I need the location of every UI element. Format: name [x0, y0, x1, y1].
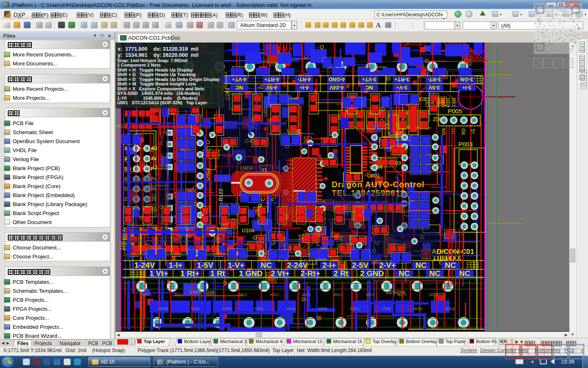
svg-text:PH402: PH402: [159, 153, 164, 167]
svg-text:P-: P-: [151, 166, 156, 172]
svg-text:Shift + M Toggle Board Insig: Shift + M Toggle Board Insight Lens: [117, 81, 196, 86]
svg-text:C001: C001: [367, 173, 380, 179]
svg-text:2-I+: 2-I+: [322, 261, 336, 269]
svg-text:1 GND: 1 GND: [239, 269, 263, 278]
svg-text:R203: R203: [254, 307, 263, 311]
svg-text:NC: NC: [261, 261, 272, 269]
svg-text:4-I+: 4-I+: [299, 85, 309, 91]
svg-text:3-V+: 3-V+: [396, 85, 407, 91]
svg-text:1-I+: 1-I+: [169, 261, 182, 269]
svg-text:1 Component 2 Nets: 1 Component 2 Nets: [117, 63, 160, 67]
svg-text:2 Vt+: 2 Vt+: [271, 269, 290, 278]
svg-text:4-GND: 4-GND: [328, 76, 345, 83]
svg-text:2-5V: 2-5V: [352, 261, 368, 269]
svg-text:3-VT+: 3-VT+: [362, 76, 376, 83]
svg-text:R122: R122: [218, 188, 224, 201]
svg-text:Q301: Q301: [441, 97, 445, 107]
svg-text:1 Rt: 1 Rt: [210, 269, 225, 278]
svg-text:R208: R208: [414, 307, 423, 311]
svg-text:P003: P003: [458, 141, 472, 148]
svg-text:PH401: PH401: [159, 131, 164, 145]
svg-text:C104: C104: [270, 293, 279, 297]
svg-text:SYS-GND 14591.974 mils (18: SYS-GND 14591.974 mils (18-Nodes): [117, 91, 200, 96]
svg-text:Z302: Z302: [452, 97, 456, 107]
svg-text:C105: C105: [302, 293, 311, 297]
svg-text:1-V+: 1-V+: [228, 261, 245, 269]
svg-text:C313: C313: [425, 97, 430, 107]
svg-text:R207: R207: [382, 307, 391, 311]
svg-text:Shift + X Explore Components: Shift + X Explore Components and Nets: [117, 86, 205, 91]
svg-text:NC: NC: [429, 269, 441, 278]
svg-text:C108: C108: [397, 293, 406, 297]
svg-text:GN: GN: [441, 128, 446, 135]
svg-text:1 Vt+: 1 Vt+: [149, 269, 168, 278]
svg-text:4G: 4G: [151, 146, 157, 151]
svg-text:4-RT-: 4-RT-: [298, 76, 311, 83]
svg-text:3-5V: 3-5V: [428, 85, 440, 91]
svg-text:Y1: Y1: [261, 168, 267, 173]
svg-text:3-RT-: 3-RT-: [428, 76, 441, 83]
svg-text:4-5V: 4-5V: [266, 85, 277, 91]
svg-text:RD: RD: [461, 128, 466, 135]
svg-text:C102: C102: [206, 293, 215, 297]
svg-text:y: 1534.961 dy: 26220.000: y: 1534.961 dy: 26220.000 mil: [118, 52, 198, 58]
svg-text:1-5V: 1-5V: [197, 261, 213, 269]
svg-text:R204: R204: [286, 307, 295, 311]
svg-text:4-RT+: 4-RT+: [264, 76, 279, 83]
svg-text:Shift + G Toggle Heads Up Tr: Shift + G Toggle Heads Up Tracking: [117, 72, 196, 77]
svg-text:C106: C106: [334, 293, 343, 297]
svg-text:R200: R200: [159, 307, 168, 311]
svg-text:+5: +5: [471, 129, 476, 135]
svg-text:C100: C100: [143, 293, 151, 297]
svg-text:C101: C101: [174, 293, 183, 297]
svg-text:NC: NC: [365, 85, 373, 91]
svg-text:U001 STC12C5410 (SOP-32N): U001 STC12C5410 (SOP-32N) Top Layer: [117, 100, 207, 105]
svg-text:R201: R201: [191, 307, 200, 311]
svg-text:NC: NC: [459, 269, 470, 278]
svg-text:R331: R331: [446, 97, 451, 107]
svg-text:1-Y0 1545.805 mils: 1-Y0 1545.805 mils (5-Nodes): [117, 96, 198, 101]
svg-text:4-24V: 4-24V: [330, 85, 344, 91]
svg-text:Shift + H Toggle Heads Up Di: Shift + H Toggle Heads Up Display: [117, 67, 193, 72]
svg-text:3-GN: 3-GN: [460, 76, 473, 83]
svg-text:3-I+: 3-I+: [462, 85, 471, 91]
svg-text:1 Rt+: 1 Rt+: [180, 269, 200, 278]
svg-text:P005: P005: [448, 108, 462, 114]
svg-text:4V: 4V: [151, 156, 157, 162]
svg-text:C107: C107: [365, 293, 374, 297]
svg-text:2-Rt+: 2-Rt+: [301, 269, 320, 278]
svg-text:R205: R205: [318, 307, 327, 311]
svg-text:R206: R206: [350, 307, 359, 311]
svg-text:2 Rt: 2 Rt: [334, 269, 349, 278]
svg-text:2-24V: 2-24V: [287, 261, 308, 269]
svg-text:NC: NC: [235, 85, 243, 91]
svg-text:NC: NC: [399, 269, 410, 278]
svg-text:R202: R202: [223, 307, 232, 311]
svg-text:2 GND: 2 GND: [360, 269, 384, 278]
svg-text:3-RT+: 3-RT+: [394, 76, 409, 83]
svg-text:NC: NC: [445, 261, 456, 269]
svg-text:C109: C109: [429, 293, 438, 297]
svg-text:x: 1771.500 dx: 31220.319: x: 1771.500 dx: 31220.319 mil: [118, 46, 198, 52]
svg-text:R209: R209: [445, 307, 454, 311]
svg-text:1-24V: 1-24V: [134, 261, 155, 269]
svg-text:NC: NC: [415, 261, 427, 269]
svg-text:C103: C103: [238, 293, 247, 297]
svg-text:4-VT+: 4-VT+: [232, 76, 247, 83]
svg-text:Shift + D Toggle Heads Up De: Shift + D Toggle Heads Up Delta Origin D…: [117, 77, 220, 82]
